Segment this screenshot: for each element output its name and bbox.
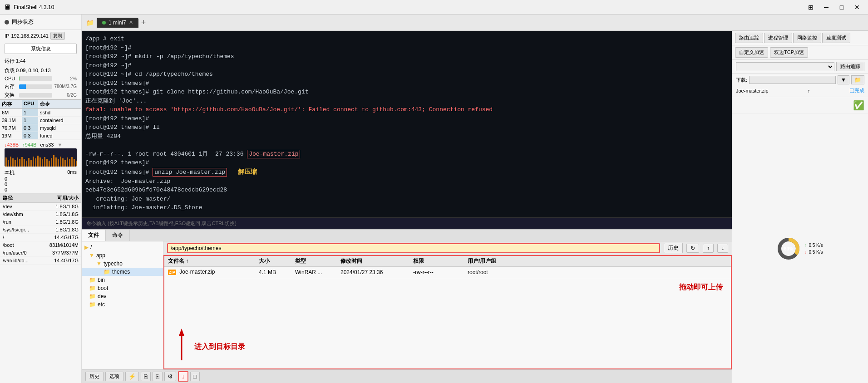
sync-status-label: 同步状态 (12, 18, 34, 26)
term-line-cmd: [root@192 themes]# unzip Joe-master.zip … (85, 167, 728, 177)
file-path-input[interactable] (167, 243, 660, 253)
ftree-bin[interactable]: 📁 bin (82, 276, 163, 284)
term-line: [root@192 ~]# (85, 61, 728, 70)
dl-folder-btn[interactable]: 📁 (851, 75, 864, 84)
ftree-dev[interactable]: 📁 dev (82, 292, 163, 300)
ftree-app[interactable]: ▼ app (82, 251, 163, 260)
folder-icon[interactable]: 📁 (86, 19, 94, 26)
svg-rect-9 (26, 161, 27, 167)
options-toolbar-btn[interactable]: 选项 (105, 372, 123, 381)
col-owner-header[interactable]: 用户/用户组 (464, 257, 518, 265)
route-trace-action-btn[interactable]: 路由追踪 (836, 62, 864, 71)
route-dropdown[interactable] (736, 62, 834, 71)
term-line: [root@192 themes]# (85, 79, 728, 88)
ftree-root-label: / (90, 244, 92, 250)
lightning-btn[interactable]: ⚡ (125, 372, 139, 381)
col-mtime-header[interactable]: 修改时间 (337, 257, 409, 265)
disk-row: /boot 831M/1014M (0, 241, 81, 249)
tab-add-button[interactable]: + (141, 18, 146, 27)
refresh-btn[interactable]: ↻ (686, 244, 699, 253)
swap-row: 交换 0/2G (0, 91, 81, 99)
annotation-enter: 进入到目标目录 (173, 329, 245, 365)
col-type-header[interactable]: 类型 (291, 257, 337, 265)
copy-btn[interactable]: ⎘ (141, 372, 151, 381)
ftree-etc[interactable]: 📁 etc (82, 300, 163, 309)
svg-rect-13 (35, 158, 36, 167)
upload-annotation: 拖动即可上传 (679, 283, 723, 292)
speed-test-btn[interactable]: 速度测试 (822, 33, 850, 43)
term-line: 总用量 4204 (85, 132, 728, 141)
route-trace-btn[interactable]: 路由追踪 (735, 33, 763, 43)
cmd-highlight: unzip Joe-master.zip (153, 168, 227, 177)
download-btn[interactable]: ↓ (717, 244, 728, 253)
tab-close-icon[interactable]: ✕ (129, 20, 133, 25)
close-btn[interactable]: ✕ (850, 1, 864, 14)
minimize-btn[interactable]: ─ (819, 1, 833, 14)
titlebar-left: 🖥 FinalShell 4.3.10 (4, 3, 54, 11)
col-name-header[interactable]: 文件名 ↑ (164, 257, 255, 265)
copy-ip-button[interactable]: 复制 (50, 32, 65, 40)
ftree-typecho[interactable]: ▼ typecho (82, 260, 163, 268)
dl-url-input[interactable] (749, 76, 836, 84)
dl-arrow-btn[interactable]: ▼ (838, 75, 849, 84)
window-btn[interactable]: □ (190, 372, 200, 381)
ftree-themes[interactable]: 📁 themes (82, 268, 163, 276)
tab-commands[interactable]: 命令 (106, 230, 130, 241)
tab-files[interactable]: 文件 (82, 230, 106, 241)
annotation-unzip: 解压缩 (238, 168, 257, 176)
svg-rect-23 (58, 159, 59, 167)
col-perm-header[interactable]: 权限 (409, 257, 464, 265)
tab-mini7[interactable]: 1 mini7 ✕ (97, 18, 138, 28)
filename-highlight: Joe-master.zip (247, 150, 300, 158)
terminal[interactable]: /app # exit [root@192 ~]# [root@192 ~]# … (82, 31, 732, 217)
net-up: ↑944B (22, 142, 36, 147)
ip-row: IP 192.168.229.141 复制 (0, 30, 81, 42)
settings-btn[interactable]: ⚙ (164, 372, 176, 381)
svg-rect-7 (21, 157, 23, 167)
process-mgmt-btn[interactable]: 进程管理 (764, 33, 792, 43)
paste-btn[interactable]: ⎘ (153, 372, 163, 381)
file-path-bar: 历史 ↻ ↑ ↓ (163, 241, 732, 255)
download-toolbar-btn[interactable]: ↓ (178, 371, 188, 382)
ftree-root[interactable]: ▶ / (82, 243, 163, 251)
proc-cpu-0: 1 (22, 109, 38, 116)
circle-gauge: 60% (777, 237, 800, 260)
upload-btn[interactable]: ↑ (703, 244, 714, 253)
disk-header: 路径 可用/大小 (0, 194, 81, 203)
disk-row: /dev/shm 1.8G/1.8G (0, 211, 81, 218)
disk-section: 路径 可用/大小 /dev 1.8G/1.8G /dev/shm 1.8G/1.… (0, 193, 81, 383)
sysinfo-button[interactable]: 系统信息 (5, 44, 77, 54)
net-monitor-btn[interactable]: 网络监控 (793, 33, 821, 43)
disk-row: / 14.4G/17G (0, 234, 81, 241)
term-line: [root@192 themes]# (85, 158, 728, 167)
ftree-boot[interactable]: 📁 boot (82, 284, 163, 292)
ftree-etc-label: etc (98, 301, 105, 308)
col-size-header[interactable]: 大小 (255, 257, 291, 265)
latency-row-2: 0 (5, 182, 77, 187)
proc-cpu-1: 1 (22, 117, 38, 124)
history-toolbar-btn[interactable]: 历史 (85, 372, 104, 381)
history-btn[interactable]: 历史 (664, 243, 683, 253)
proc-col-mem-header[interactable]: 内存 (0, 100, 22, 108)
download-speed: 0.5 K/s (809, 250, 823, 255)
proc-cpu-2: 0.3 (22, 124, 38, 132)
proc-mem-3: 19M (0, 132, 22, 139)
net-speeds: ↓438B ↑944B ens33 ▼ (5, 142, 77, 147)
svg-rect-0 (5, 157, 7, 167)
disk-row: /dev 1.8G/1.8G (0, 203, 81, 211)
proc-col-cpu-header[interactable]: CPU (22, 100, 38, 108)
swap-progress-bar (19, 93, 52, 98)
status-dot (5, 20, 9, 25)
file-row[interactable]: ZIP Joe-master.zip 4.1 MB WinRAR ... 202… (164, 267, 731, 278)
proc-cmd-3: tuned (38, 132, 81, 139)
ip-label: IP (5, 33, 9, 39)
bilateral-tcp-btn[interactable]: 双边TCP加速 (770, 47, 808, 58)
cmd-input[interactable] (86, 221, 727, 226)
dl-file-row: Joe-master.zip ↑ 已完成 (736, 86, 864, 95)
file-perm-cell: -rw-r--r-- (409, 269, 464, 275)
grid-view-btn[interactable]: ⊞ (804, 1, 818, 14)
svg-rect-31 (76, 161, 77, 167)
maximize-btn[interactable]: □ (834, 1, 849, 14)
custom-accel-btn[interactable]: 自定义加速 (735, 47, 768, 58)
terminal-right: /app # exit [root@192 ~]# [root@192 ~]# … (82, 31, 868, 383)
